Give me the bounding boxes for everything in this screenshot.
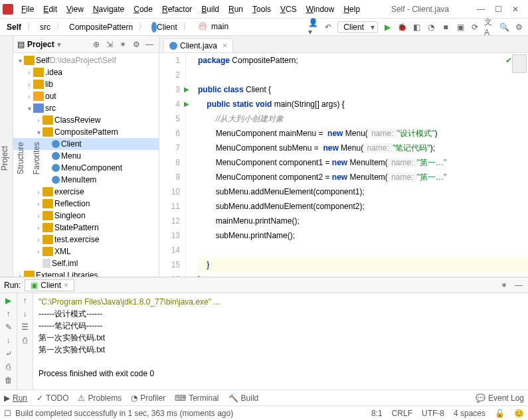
- run-button[interactable]: ▶: [382, 22, 393, 33]
- stop-icon[interactable]: ↑: [7, 309, 11, 318]
- rerun-icon[interactable]: ▶: [5, 296, 11, 305]
- menu-view[interactable]: View: [62, 3, 88, 15]
- tree-node-exercise[interactable]: ›exercise: [13, 186, 159, 198]
- bottom-tab-terminal[interactable]: ⌨Terminal: [175, 393, 219, 403]
- editor-tabs: Client.java ×: [159, 36, 528, 53]
- menu-build[interactable]: Build: [197, 3, 223, 15]
- crumb-src[interactable]: src: [37, 22, 53, 33]
- stop-button[interactable]: ▣: [455, 22, 466, 33]
- tree-node-out[interactable]: ›out: [13, 90, 159, 102]
- bottom-tab-profiler[interactable]: ◔Profiler: [131, 393, 165, 403]
- menu-run[interactable]: Run: [224, 3, 247, 15]
- bottom-tab-problems[interactable]: ⚠Problems: [78, 393, 122, 403]
- collapse-icon[interactable]: ✶: [118, 39, 128, 50]
- select-opened-icon[interactable]: ⊕: [91, 39, 102, 50]
- status-inspect-icon[interactable]: 😊: [514, 409, 524, 418]
- app-logo-icon: [3, 4, 13, 15]
- menubar: FileEditViewNavigateCodeRefactorBuildRun…: [17, 3, 364, 15]
- menu-refactor[interactable]: Refactor: [158, 3, 196, 15]
- coverage-button[interactable]: ◧: [411, 22, 422, 33]
- print-icon[interactable]: ⎙: [23, 336, 27, 345]
- status-readonly-icon[interactable]: 🔓: [495, 409, 505, 418]
- run-toolbar: ▶ ↑ ✎ ↓ ⤶ ⎙ 🗑: [0, 293, 17, 389]
- side-tab-favorites[interactable]: Favorites: [32, 139, 41, 177]
- side-tab-structure[interactable]: Structure: [16, 139, 25, 177]
- profile-button[interactable]: ◔: [426, 22, 436, 33]
- editor-tab-client[interactable]: Client.java ×: [163, 38, 233, 52]
- status-indent[interactable]: 4 spaces: [454, 409, 485, 418]
- run-tab-client[interactable]: ▣ Client ×: [25, 279, 74, 291]
- tree-node-reflection[interactable]: ›Reflection: [13, 198, 159, 210]
- analysis-ok-icon: ✔: [505, 56, 512, 65]
- close-tab-icon[interactable]: ×: [222, 41, 227, 50]
- edit-icon[interactable]: ✎: [5, 322, 12, 332]
- side-tab-project[interactable]: Project: [0, 143, 9, 173]
- dump-icon[interactable]: ↓: [7, 336, 11, 345]
- trash-icon[interactable]: 🗑: [5, 376, 13, 385]
- event-log-tab[interactable]: 💬 Event Log: [476, 393, 524, 403]
- bottom-tab-todo[interactable]: ✓TODO: [37, 393, 68, 403]
- up-icon[interactable]: ↑: [23, 296, 27, 305]
- bottom-tab-run[interactable]: ▶Run: [4, 393, 27, 403]
- tree-node-statepattern[interactable]: ›StatePattern: [13, 222, 159, 234]
- project-dropdown-icon[interactable]: ▤: [17, 40, 25, 49]
- tree-node-test-exercise[interactable]: ›test.exercise: [13, 234, 159, 245]
- crumb-self[interactable]: Self: [4, 22, 24, 33]
- tree-node-self[interactable]: ▾Self D:\IdeaProject\Self: [13, 54, 159, 66]
- run-output[interactable]: "C:\Program Files\Java\jdk1.8.0_77\bin\j…: [33, 293, 528, 389]
- editor[interactable]: 12345678910111213141516 package Composit…: [159, 53, 528, 277]
- soft-wrap-icon[interactable]: ⤶: [5, 349, 12, 358]
- window-title: Self - Client.java: [364, 5, 476, 14]
- back-icon[interactable]: ↶: [323, 22, 333, 33]
- close-button[interactable]: ✕: [511, 5, 520, 14]
- navbar: Self〉src〉CompositePattern〉Client〉ⓜ main …: [0, 19, 528, 36]
- crumb-main[interactable]: ⓜ main: [193, 21, 231, 33]
- run-hide-icon[interactable]: —: [513, 280, 524, 291]
- tree-node-self-iml[interactable]: Self.iml: [13, 257, 159, 269]
- menu-tools[interactable]: Tools: [248, 3, 275, 15]
- menu-edit[interactable]: Edit: [39, 3, 61, 15]
- status-position[interactable]: 8:1: [371, 409, 383, 418]
- tree-node-compositepattern[interactable]: ▾CompositePattern: [13, 126, 159, 138]
- menu-help[interactable]: Help: [339, 3, 364, 15]
- menu-window[interactable]: Window: [302, 3, 339, 15]
- status-icon[interactable]: ☐: [4, 409, 11, 418]
- menu-vcs[interactable]: VCS: [276, 3, 301, 15]
- status-eol[interactable]: CRLF: [392, 409, 412, 418]
- tree-node--idea[interactable]: ›.idea: [13, 66, 159, 78]
- maximize-button[interactable]: ☐: [493, 5, 503, 14]
- user-icon[interactable]: 👤▾: [308, 22, 319, 33]
- scroll-icon[interactable]: ⎙: [6, 362, 11, 372]
- menu-code[interactable]: Code: [130, 3, 157, 15]
- search-icon[interactable]: 🔍: [499, 22, 509, 33]
- run-settings-icon[interactable]: ✶: [499, 280, 509, 291]
- hide-icon[interactable]: —: [144, 39, 155, 50]
- crumb-compositepattern[interactable]: CompositePattern: [66, 22, 135, 33]
- tree-node-external-libraries[interactable]: ›External Libraries: [13, 269, 159, 277]
- attach-button[interactable]: ■: [440, 22, 451, 33]
- tree-node-lib[interactable]: ›lib: [13, 78, 159, 90]
- menu-file[interactable]: File: [17, 3, 38, 15]
- lang-icon[interactable]: 文A: [484, 22, 495, 33]
- expand-icon[interactable]: ⇲: [104, 39, 115, 50]
- minimap[interactable]: [512, 54, 527, 73]
- status-encoding[interactable]: UTF-8: [422, 409, 444, 418]
- update-button[interactable]: ⟳: [470, 22, 480, 33]
- statusbar: ☐ Build completed successfully in 1 sec,…: [0, 405, 528, 420]
- crumb-client[interactable]: Client: [149, 22, 180, 33]
- status-message: Build completed successfully in 1 sec, 3…: [15, 409, 233, 418]
- minimize-button[interactable]: —: [476, 5, 485, 14]
- debug-button[interactable]: 🐞: [396, 22, 407, 33]
- tree-node-classreview[interactable]: ›ClassReview: [13, 114, 159, 126]
- breadcrumb: Self〉src〉CompositePattern〉Client〉ⓜ main: [4, 21, 231, 33]
- gear-icon[interactable]: ⚙: [131, 39, 141, 50]
- bottom-tab-build[interactable]: 🔨Build: [228, 393, 259, 403]
- settings-icon[interactable]: ⚙: [513, 22, 524, 33]
- filter-icon[interactable]: ☰: [21, 322, 29, 332]
- menu-navigate[interactable]: Navigate: [89, 3, 128, 15]
- tree-node-xml[interactable]: ›XML: [13, 245, 159, 257]
- tree-node-singleon[interactable]: ›Singleon: [13, 210, 159, 222]
- run-config-dropdown[interactable]: Client: [337, 21, 378, 33]
- down-icon[interactable]: ↓: [23, 309, 27, 318]
- tree-node-src[interactable]: ▾src: [13, 102, 159, 114]
